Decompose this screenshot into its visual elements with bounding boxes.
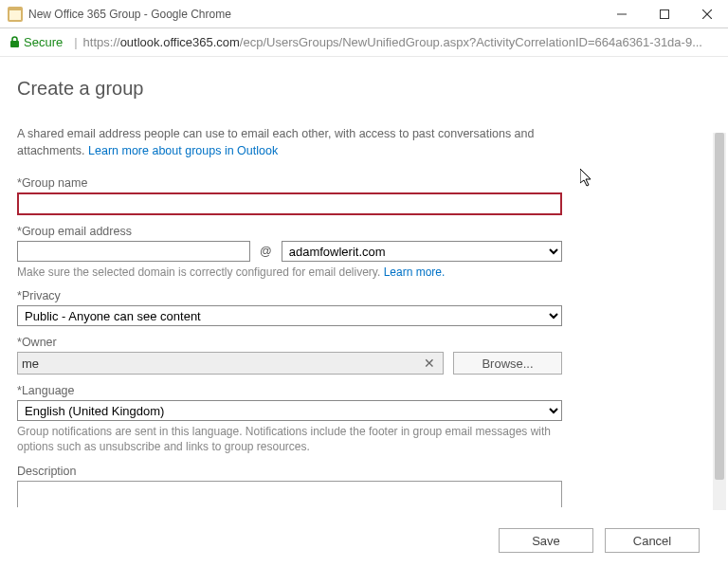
owner-input-container: ✕	[17, 352, 444, 375]
url-separator: |	[74, 35, 77, 49]
url-host: outlook.office365.com	[120, 35, 240, 49]
window-controls	[600, 0, 728, 28]
owner-input[interactable]	[22, 357, 420, 371]
svg-rect-1	[9, 10, 21, 20]
intro-text: A shared email address people can use to…	[17, 126, 562, 159]
url[interactable]: https:// outlook.office365.com /ecp/User…	[83, 35, 719, 49]
page-content: Create a group A shared email address pe…	[0, 57, 728, 510]
group-email-help: Make sure the selected domain is correct…	[17, 265, 562, 280]
group-name-input[interactable]	[17, 192, 562, 215]
url-protocol: https://	[83, 35, 120, 49]
scrollbar-thumb[interactable]	[715, 133, 724, 480]
group-email-label: Group email address	[17, 225, 562, 238]
save-button[interactable]: Save	[499, 528, 593, 553]
privacy-label: Privacy	[17, 289, 562, 302]
privacy-select[interactable]: Public - Anyone can see content	[17, 305, 562, 326]
minimize-button[interactable]	[600, 0, 643, 28]
window-title: New Office 365 Group - Google Chrome	[28, 8, 600, 21]
language-label: Language	[17, 384, 562, 397]
language-select[interactable]: English (United Kingdom)	[17, 400, 562, 421]
page-title: Create a group	[17, 78, 700, 100]
maximize-button[interactable]	[643, 0, 685, 28]
app-icon	[8, 7, 23, 22]
address-bar: Secure | https:// outlook.office365.com …	[0, 28, 728, 57]
group-email-input[interactable]	[17, 241, 250, 262]
lock-icon	[9, 36, 20, 48]
close-button[interactable]	[685, 0, 728, 28]
description-textarea[interactable]	[17, 481, 562, 507]
cancel-button[interactable]: Cancel	[605, 528, 700, 553]
at-symbol: @	[260, 245, 272, 258]
email-help-link[interactable]: Learn more.	[384, 265, 446, 279]
owner-label: Owner	[17, 336, 562, 349]
email-help-text: Make sure the selected domain is correct…	[17, 265, 384, 279]
secure-indicator: Secure	[9, 35, 63, 49]
group-name-label: Group name	[17, 176, 562, 190]
window-titlebar: New Office 365 Group - Google Chrome	[0, 0, 728, 28]
description-label: Description	[17, 465, 562, 478]
svg-rect-6	[10, 41, 19, 47]
browse-button[interactable]: Browse...	[453, 352, 562, 375]
secure-label-text: Secure	[24, 35, 63, 49]
clear-owner-icon[interactable]: ✕	[420, 356, 439, 371]
svg-rect-3	[660, 9, 668, 18]
language-help: Group notifications are sent in this lan…	[17, 424, 562, 454]
url-path: /ecp/UsersGroups/NewUnifiedGroup.aspx?Ac…	[240, 35, 719, 49]
intro-learn-more-link[interactable]: Learn more about groups in Outlook	[88, 144, 278, 157]
group-email-domain-select[interactable]: adamfowlerit.com	[282, 241, 562, 262]
scrollbar-track[interactable]	[713, 133, 726, 510]
footer-buttons: Save Cancel	[0, 514, 728, 567]
